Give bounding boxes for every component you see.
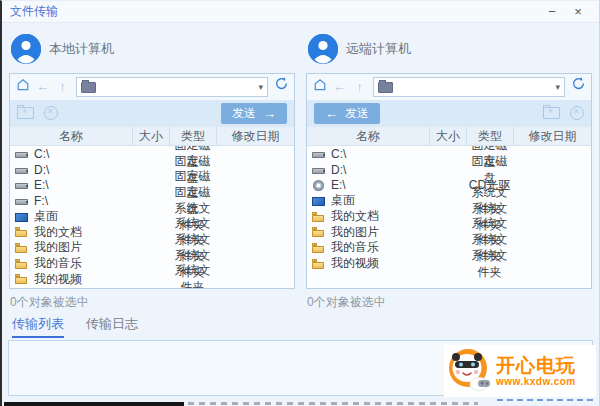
new-folder-icon[interactable] xyxy=(17,107,34,119)
action-toolbar: 发送→ xyxy=(10,100,294,126)
file-name: D:\ xyxy=(331,163,346,177)
send-button[interactable]: ←发送 xyxy=(314,103,380,124)
delete-icon[interactable] xyxy=(44,106,58,120)
computer-avatar xyxy=(308,34,338,64)
column-header-modified[interactable]: 修改日期 xyxy=(216,127,294,145)
close-button[interactable]: × xyxy=(565,2,591,22)
bottom-edge-smudge xyxy=(188,402,478,405)
send-button[interactable]: 发送→ xyxy=(221,103,287,124)
file-table-header: 名称 大小 类型 修改日期 xyxy=(10,126,294,146)
drive-icon xyxy=(312,164,327,176)
tab-transfer-list[interactable]: 传输列表 xyxy=(12,315,64,338)
watermark-title: 开心电玩 xyxy=(496,356,576,375)
column-header-name[interactable]: 名称 xyxy=(10,127,132,145)
file-row[interactable]: D:\固定磁盘 xyxy=(10,162,294,178)
file-row[interactable]: F:\固定磁盘 xyxy=(10,193,294,209)
refresh-icon[interactable] xyxy=(272,75,291,99)
file-name: 我的视频 xyxy=(34,271,82,288)
up-arrow-icon[interactable]: ↑ xyxy=(53,75,72,99)
file-type: 系统文件夹 xyxy=(466,247,513,281)
delete-icon[interactable] xyxy=(570,106,584,120)
computer-avatar xyxy=(11,34,41,64)
folder-icon xyxy=(312,258,327,270)
selection-status: 0个对象被选中 xyxy=(10,294,294,309)
file-row[interactable]: C:\固定磁盘 xyxy=(307,146,591,162)
minimize-button[interactable]: − xyxy=(539,2,565,22)
folder-icon xyxy=(81,82,96,93)
back-arrow-icon[interactable]: ← xyxy=(33,75,52,99)
folder-icon xyxy=(15,242,30,254)
action-toolbar: ←发送 xyxy=(307,100,591,126)
file-row[interactable]: E:\CD光驱 xyxy=(307,177,591,193)
folder-icon xyxy=(15,273,30,285)
folder-icon xyxy=(312,211,327,223)
remote-panel: 远端计算机 ← ↑ ▾ xyxy=(306,25,592,309)
folder-icon xyxy=(378,82,393,93)
file-name: 桌面 xyxy=(34,208,58,225)
file-row[interactable]: 我的文档系统文件夹 xyxy=(307,209,591,225)
local-panel: 本地计算机 ← ↑ ▾ xyxy=(9,25,295,309)
new-folder-icon[interactable] xyxy=(543,107,560,119)
file-name: E:\ xyxy=(34,178,49,192)
file-name: 我的音乐 xyxy=(34,255,82,272)
local-panel-header: 本地计算机 xyxy=(9,25,295,73)
file-name: 我的图片 xyxy=(331,224,379,241)
local-panel-body: ← ↑ ▾ 发送→ xyxy=(9,73,295,289)
remote-panel-body: ← ↑ ▾ ←发送 xyxy=(306,73,592,289)
file-row[interactable]: 桌面系统文件夹 xyxy=(10,209,294,225)
drive-icon xyxy=(15,179,30,191)
file-row[interactable]: E:\固定磁盘 xyxy=(10,177,294,193)
panel-title: 远端计算机 xyxy=(346,40,411,58)
dashed-underline-decoration xyxy=(497,399,593,401)
path-combobox[interactable]: ▾ xyxy=(373,77,565,97)
folder-icon xyxy=(15,226,30,238)
file-row[interactable]: 桌面系统文件夹 xyxy=(307,193,591,209)
column-header-modified[interactable]: 修改日期 xyxy=(513,127,591,145)
folder-icon xyxy=(15,258,30,270)
home-icon[interactable] xyxy=(13,75,32,99)
remote-panel-header: 远端计算机 xyxy=(306,25,592,73)
column-header-size[interactable]: 大小 xyxy=(429,127,466,145)
file-name: 我的视频 xyxy=(331,255,379,272)
up-arrow-icon[interactable]: ↑ xyxy=(350,75,369,99)
file-row[interactable]: 我的文档系统文件夹 xyxy=(10,224,294,240)
file-name: 我的文档 xyxy=(34,224,82,241)
window-title: 文件传输 xyxy=(10,3,58,20)
file-row[interactable]: D:\固定磁盘 xyxy=(307,162,591,178)
tab-transfer-log[interactable]: 传输日志 xyxy=(86,315,138,338)
file-transfer-window: 文件传输 − × 本地计算机 ← ↑ xyxy=(0,0,600,406)
refresh-icon[interactable] xyxy=(569,75,588,99)
file-name: 桌面 xyxy=(331,192,355,209)
file-row[interactable]: 我的图片系统文件夹 xyxy=(10,240,294,256)
send-button-label: 发送 xyxy=(345,105,369,122)
file-row[interactable]: C:\固定磁盘 xyxy=(10,146,294,162)
left-arrow-icon: ← xyxy=(325,107,338,120)
file-row[interactable]: 我的视频系统文件夹 xyxy=(10,272,294,288)
watermark-logo: 开心电玩 www.kxdw.com xyxy=(444,345,596,397)
drive-icon xyxy=(15,195,30,207)
file-name: C:\ xyxy=(331,147,346,161)
file-name: E:\ xyxy=(331,178,346,192)
path-combobox[interactable]: ▾ xyxy=(76,77,268,97)
column-header-type[interactable]: 类型 xyxy=(466,127,513,145)
back-arrow-icon[interactable]: ← xyxy=(330,75,349,99)
file-row[interactable]: 我的音乐系统文件夹 xyxy=(307,240,591,256)
file-row[interactable]: 我的图片系统文件夹 xyxy=(307,224,591,240)
dropdown-caret-icon[interactable]: ▾ xyxy=(555,82,560,92)
bottom-edge-strip xyxy=(4,402,184,406)
drive-icon xyxy=(312,148,327,160)
dropdown-caret-icon[interactable]: ▾ xyxy=(258,82,263,92)
file-row[interactable]: 我的音乐系统文件夹 xyxy=(10,256,294,272)
bottom-tabs: 传输列表 传输日志 xyxy=(2,309,599,338)
file-table-header: 名称 大小 类型 修改日期 xyxy=(307,126,591,146)
panel-title: 本地计算机 xyxy=(49,40,114,58)
column-header-size[interactable]: 大小 xyxy=(132,127,169,145)
column-header-type[interactable]: 类型 xyxy=(169,127,216,145)
desktop-icon xyxy=(15,211,30,223)
column-header-name[interactable]: 名称 xyxy=(307,127,429,145)
nav-toolbar: ← ↑ ▾ xyxy=(10,74,294,100)
file-row[interactable]: 我的视频系统文件夹 xyxy=(307,256,591,272)
home-icon[interactable] xyxy=(310,75,329,99)
file-list: C:\固定磁盘D:\固定磁盘E:\固定磁盘F:\固定磁盘桌面系统文件夹我的文档系… xyxy=(10,146,294,288)
file-name: 我的文档 xyxy=(331,208,379,225)
